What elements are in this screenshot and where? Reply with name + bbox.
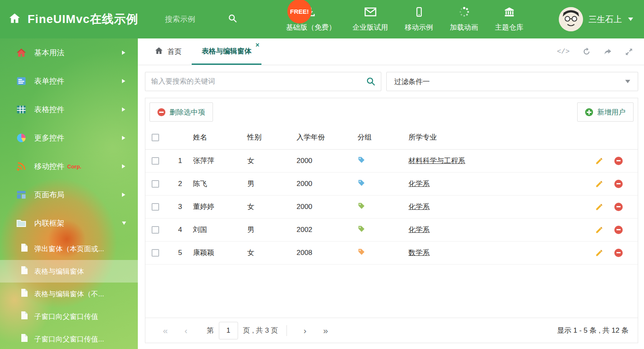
tab-label: 首页 xyxy=(167,47,182,56)
cell-gender: 女 xyxy=(245,195,294,218)
delete-icon[interactable] xyxy=(614,157,623,165)
cell-name: 康颖颖 xyxy=(190,241,245,264)
app-window: FineUIMvc在线示例 FREE! 基础版（免费） 企业版试用 xyxy=(0,0,644,349)
sidebar-item-grid-controls[interactable]: 表格控件 xyxy=(0,95,138,124)
cell-gender: 男 xyxy=(245,172,294,195)
filter-dropdown[interactable]: 过滤条件一 xyxy=(386,72,638,91)
sidebar-subitem-grid-edit-window[interactable]: 表格与编辑窗体 xyxy=(0,260,138,283)
nav-item-loading-animation[interactable]: 加载动画 xyxy=(441,6,487,32)
add-button-label: 新增用户 xyxy=(597,107,626,117)
page-icon xyxy=(21,288,28,299)
select-all-checkbox[interactable] xyxy=(152,134,159,141)
sidebar-subitem-label: 子窗口向父窗口传值... xyxy=(34,334,104,344)
sidebar-item-basic-usage[interactable]: 基本用法 xyxy=(0,38,138,67)
column-header-actions xyxy=(586,126,638,149)
chevron-right-icon xyxy=(122,164,125,168)
major-link[interactable]: 化学系 xyxy=(408,180,430,188)
column-header-year: 入学年份 xyxy=(294,126,355,149)
next-page-icon[interactable]: › xyxy=(295,326,315,336)
sidebar-subitem-label: 弹出窗体（本页面或... xyxy=(34,244,104,254)
row-checkbox[interactable] xyxy=(152,203,159,211)
first-page-icon[interactable]: « xyxy=(155,326,176,336)
major-link[interactable]: 化学系 xyxy=(408,203,430,211)
close-icon[interactable]: × xyxy=(256,42,259,48)
row-actions xyxy=(588,157,638,165)
sidebar-item-more-controls[interactable]: 更多控件 xyxy=(0,124,138,152)
major-link[interactable]: 数学系 xyxy=(408,249,430,257)
search-icon[interactable] xyxy=(228,13,238,25)
nav-item-enterprise-trial[interactable]: 企业版试用 xyxy=(344,6,396,32)
row-checkbox[interactable] xyxy=(152,180,159,188)
sidebar-subitem-child-to-parent-2[interactable]: 子窗口向父窗口传值... xyxy=(0,328,138,349)
page-number-input[interactable] xyxy=(219,322,238,339)
tag-icon xyxy=(357,248,365,256)
tag-icon xyxy=(357,156,365,164)
table-icon xyxy=(16,104,27,115)
sidebar-item-label: 基本用法 xyxy=(34,48,64,58)
chevron-down-icon xyxy=(625,80,630,83)
plus-icon xyxy=(585,108,593,116)
edit-icon[interactable] xyxy=(595,203,603,211)
last-page-icon[interactable]: » xyxy=(315,326,337,336)
sidebar-item-mobile-controls[interactable]: 移动控件 Corp. xyxy=(0,152,138,181)
add-user-button[interactable]: 新增用户 xyxy=(577,102,634,122)
edit-icon[interactable] xyxy=(595,249,603,257)
folder-icon xyxy=(16,218,27,229)
row-checkbox[interactable] xyxy=(152,157,159,165)
source-code-icon[interactable]: </> xyxy=(557,48,570,56)
minus-icon xyxy=(157,108,165,116)
pagination-bar: « ‹ 第 页 , 共 3 页 › » 显示 1 - 5 条 , 共 12 条 xyxy=(145,318,638,343)
delete-icon[interactable] xyxy=(614,226,623,234)
sidebar-item-form-controls[interactable]: 表单控件 xyxy=(0,67,138,95)
row-index: 4 xyxy=(165,218,190,241)
expand-icon[interactable] xyxy=(625,48,633,56)
sidebar-subitem-child-to-parent[interactable]: 子窗口向父窗口传值 xyxy=(0,305,138,328)
main-area: 首页 表格与编辑窗体 × </> xyxy=(138,38,644,349)
delete-selected-button[interactable]: 删除选中项 xyxy=(150,102,213,122)
filter-row: 过滤条件一 xyxy=(145,72,638,91)
prev-page-icon[interactable]: ‹ xyxy=(176,326,196,336)
mobile-icon xyxy=(414,6,424,20)
avatar xyxy=(559,7,583,31)
tab-home[interactable]: 首页 xyxy=(145,38,192,65)
major-link[interactable]: 化学系 xyxy=(408,226,430,234)
header-nav: 基础版（免费） 企业版试用 移动示例 加载动画 xyxy=(278,6,532,32)
form-icon xyxy=(16,76,27,87)
sidebar-item-page-layout[interactable]: 页面布局 xyxy=(0,181,138,209)
tab-grid-edit-window[interactable]: 表格与编辑窗体 × xyxy=(192,38,261,65)
row-actions xyxy=(588,249,638,257)
table-header-row: 姓名 性别 入学年份 分组 所学专业 xyxy=(145,126,638,149)
keyword-search-input[interactable] xyxy=(145,72,381,91)
tab-bar: 首页 表格与编辑窗体 × </> xyxy=(138,38,644,65)
header-search-input[interactable] xyxy=(165,15,228,24)
refresh-icon[interactable] xyxy=(582,47,591,56)
page-suffix-label: 页 , 共 3 页 xyxy=(243,326,278,335)
home-icon xyxy=(8,12,21,26)
sidebar-item-iframe[interactable]: 内联框架 xyxy=(0,209,138,237)
search-icon[interactable] xyxy=(366,76,376,88)
cell-year: 2002 xyxy=(294,218,355,241)
edit-icon[interactable] xyxy=(595,180,603,188)
nav-item-label: 加载动画 xyxy=(450,23,478,32)
row-checkbox[interactable] xyxy=(152,226,159,234)
share-icon[interactable] xyxy=(603,47,612,56)
sidebar-subitem-grid-edit-window-alt[interactable]: 表格与编辑窗体（不... xyxy=(0,283,138,305)
nav-item-theme-store[interactable]: 主题仓库 xyxy=(487,6,532,32)
edit-icon[interactable] xyxy=(595,157,603,165)
delete-icon[interactable] xyxy=(614,203,623,211)
row-index: 2 xyxy=(165,172,190,195)
row-checkbox[interactable] xyxy=(152,249,159,257)
cell-gender: 女 xyxy=(245,241,294,264)
row-index: 3 xyxy=(165,195,190,218)
major-link[interactable]: 材料科学与工程系 xyxy=(408,157,465,165)
delete-icon[interactable] xyxy=(614,180,623,188)
brand[interactable]: FineUIMvc在线示例 xyxy=(0,11,165,27)
user-menu[interactable]: 三生石上 xyxy=(559,7,644,31)
cell-name: 张萍萍 xyxy=(190,149,245,172)
cell-name: 董婷婷 xyxy=(190,195,245,218)
nav-item-mobile-demo[interactable]: 移动示例 xyxy=(396,6,441,32)
nav-item-label: 移动示例 xyxy=(405,23,433,32)
delete-icon[interactable] xyxy=(614,249,623,257)
sidebar-subitem-popup-window[interactable]: 弹出窗体（本页面或... xyxy=(0,237,138,260)
edit-icon[interactable] xyxy=(595,226,603,234)
